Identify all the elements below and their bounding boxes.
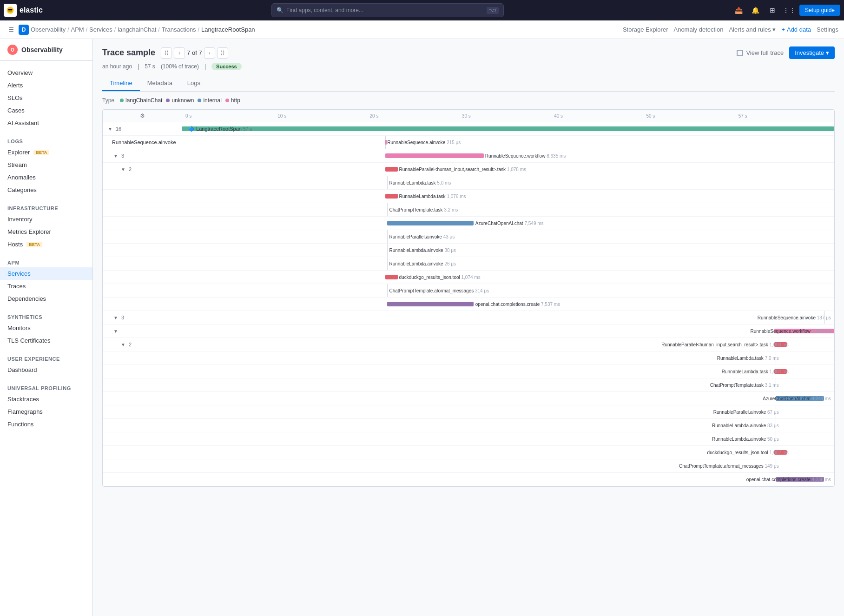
trace-bar xyxy=(385,153,484,158)
trace-meta: an hour ago | 57 s (100% of trace) | Suc… xyxy=(102,63,835,70)
table-row: duckduckgo_results_json.tool 1,074 ms xyxy=(103,271,834,284)
sidebar-item-tls[interactable]: TLS Certificates xyxy=(0,334,92,347)
bar-area: AzureChatOpenAI.chat 4,241 ms xyxy=(182,392,834,405)
sidebar-item-traces[interactable]: Traces xyxy=(0,280,92,292)
tabs: Timeline Metadata Logs xyxy=(102,76,835,92)
setup-guide-button[interactable]: Setup guide xyxy=(799,5,840,16)
table-row: RunnableLambda.task 5.0 ms xyxy=(103,176,834,190)
top-icons: 📤 🔔 ⊞ ⋮⋮ xyxy=(732,4,796,17)
type-legend: Type langChainChat unknown internal http xyxy=(102,97,835,104)
sidebar-item-functions[interactable]: Functions xyxy=(0,418,92,431)
row-label xyxy=(103,181,182,184)
sidebar-item-services[interactable]: Services xyxy=(0,267,92,280)
duration-label: RunnableLambda.task 1,076 ms xyxy=(399,194,466,199)
row-label xyxy=(103,289,182,292)
sidebar-item-dashboard[interactable]: Dashboard xyxy=(0,364,92,376)
investigate-button[interactable]: Investigate ▾ xyxy=(789,46,835,59)
duration-label: RunnableParallel<human_input,search_resu… xyxy=(399,167,527,172)
trace-first-btn[interactable]: ⟨⟨ xyxy=(161,47,172,59)
bell-icon[interactable]: 🔔 xyxy=(749,4,762,17)
expand-icon[interactable]: ▼ xyxy=(119,166,127,173)
sidebar-item-stacktraces[interactable]: Stacktraces xyxy=(0,393,92,405)
alerts-rules-btn[interactable]: Alerts and rules ▾ xyxy=(729,26,776,33)
view-full-trace-checkbox[interactable] xyxy=(737,50,743,56)
storage-explorer-btn[interactable]: Storage Explorer xyxy=(623,26,668,33)
sidebar-item-hosts[interactable]: Hosts BETA xyxy=(0,238,92,251)
duration-label: RunnableParallel.ainvoke 43 μs xyxy=(389,234,455,239)
sidebar-synthetics-section: Synthetics Monitors TLS Certificates xyxy=(0,307,92,349)
timeline-container: ⚙ 0 s 10 s 20 s 30 s 40 s 50 s 57 s xyxy=(102,109,835,487)
breadcrumb-langchain[interactable]: langchainChat xyxy=(118,26,156,33)
table-row: RunnableLambda.ainvoke 83 μs xyxy=(103,419,834,432)
row-label: ▼ 3 xyxy=(103,312,182,323)
bar-area: RunnableLambda.ainvoke 26 μs xyxy=(182,257,834,270)
sidebar-item-anomalies[interactable]: Anomalies xyxy=(0,171,92,184)
sidebar-item-cases[interactable]: Cases xyxy=(0,104,92,117)
breadcrumb-services[interactable]: Services xyxy=(89,26,112,33)
tab-timeline[interactable]: Timeline xyxy=(102,76,140,91)
sidebar-item-categories[interactable]: Categories xyxy=(0,184,92,196)
sidebar-item-monitors[interactable]: Monitors xyxy=(0,322,92,334)
share-icon[interactable]: 📤 xyxy=(732,4,745,17)
duration-label: ChatPromptTemplate.task 3.1 ms xyxy=(710,383,779,388)
expand-icon[interactable]: ▼ xyxy=(112,314,119,321)
tab-metadata[interactable]: Metadata xyxy=(140,76,180,91)
expand-icon[interactable]: ▼ xyxy=(106,125,114,132)
expand-icon[interactable]: ▼ xyxy=(112,327,119,335)
bar-area: openai.chat.completions.create 4,238 ms xyxy=(182,473,834,486)
breadcrumb-langtrace[interactable]: LangtraceRootSpan xyxy=(201,26,255,33)
expand-icon[interactable]: ▼ xyxy=(119,341,127,348)
sidebar-item-explorer[interactable]: Explorer BETA xyxy=(0,146,92,159)
apps-icon[interactable]: ⋮⋮ xyxy=(783,4,796,17)
sidebar-item-slos[interactable]: SLOs xyxy=(0,92,92,104)
row-name: RunnableSequence.ainvoke xyxy=(112,139,178,145)
table-row: ChatPromptTemplate.aformat_messages 314 … xyxy=(103,284,834,298)
table-row: RunnableLambda.ainvoke 30 μs xyxy=(103,244,834,257)
search-bar[interactable]: 🔍 Find apps, content, and more... ⌥/ xyxy=(271,3,504,17)
duration-label: RunnableLambda.task 7.0 ms xyxy=(717,356,779,361)
tab-logs[interactable]: Logs xyxy=(180,76,208,91)
table-row: ▼ 2 RunnableParallel<human_input,search_… xyxy=(103,163,834,176)
sidebar-item-alerts[interactable]: Alerts xyxy=(0,79,92,92)
bar-area: ChatPromptTemplate.task 3.2 ms xyxy=(182,203,834,216)
table-row: openai.chat.completions.create 7,537 ms xyxy=(103,298,834,311)
sidebar-item-stream[interactable]: Stream xyxy=(0,159,92,171)
breadcrumb-observability[interactable]: Observability xyxy=(31,26,66,33)
breadcrumb-apm[interactable]: APM xyxy=(71,26,84,33)
sidebar-item-overview[interactable]: Overview xyxy=(0,66,92,79)
row-label xyxy=(103,195,182,198)
row-label xyxy=(103,464,182,467)
trace-prev-btn[interactable]: ‹ xyxy=(174,47,185,59)
table-row: RunnableSequence.ainvoke RunnableSequenc… xyxy=(103,136,834,149)
trace-last-btn[interactable]: ⟩⟩ xyxy=(217,47,228,59)
sidebar-item-metrics-explorer[interactable]: Metrics Explorer xyxy=(0,225,92,238)
trace-status-badge: Success xyxy=(211,63,242,70)
table-row: RunnableLambda.task 7.0 ms xyxy=(103,351,834,365)
bar-area: RunnableLambda.task 5.0 ms xyxy=(182,176,834,189)
row-label: ▼ 3 xyxy=(103,151,182,161)
settings-icon[interactable]: ⚙ xyxy=(140,113,145,119)
bar-area: RunnableSequence.workflow 5,260 ms xyxy=(182,325,834,338)
anomaly-detection-btn[interactable]: Anomaly detection xyxy=(673,26,723,33)
ruler-57s: 57 s xyxy=(738,113,831,119)
bar-area: RunnableSequence.workflow 8,635 ms xyxy=(182,149,834,162)
view-full-trace-label[interactable]: View full trace xyxy=(746,49,784,56)
grid-icon[interactable]: ⊞ xyxy=(766,4,779,17)
row-label xyxy=(103,208,182,211)
settings-btn[interactable]: Settings xyxy=(817,26,838,33)
sidebar-item-dependencies[interactable]: Dependencies xyxy=(0,292,92,305)
expand-icon[interactable]: ▼ xyxy=(112,152,119,159)
sidebar-item-flamegraphs[interactable]: Flamegraphs xyxy=(0,405,92,418)
row-label: ▼ 16 xyxy=(103,124,182,134)
bar-area: ChatPromptTemplate.aformat_messages 149 … xyxy=(182,459,834,472)
sidebar-item-inventory[interactable]: Inventory xyxy=(0,213,92,225)
trace-bar xyxy=(182,126,834,131)
row-label: ▼ 2 xyxy=(103,339,182,350)
trace-next-btn[interactable]: › xyxy=(204,47,215,59)
breadcrumb-transactions[interactable]: Transactions xyxy=(162,26,196,33)
sidebar-item-ai-assistant[interactable]: AI Assistant xyxy=(0,117,92,129)
trace-percentage: (100% of trace) xyxy=(161,63,199,70)
table-row: AzureChatOpenAI.chat 4,241 ms xyxy=(103,392,834,405)
hamburger-icon[interactable]: ☰ xyxy=(6,24,17,35)
add-data-btn[interactable]: + Add data xyxy=(781,26,811,33)
